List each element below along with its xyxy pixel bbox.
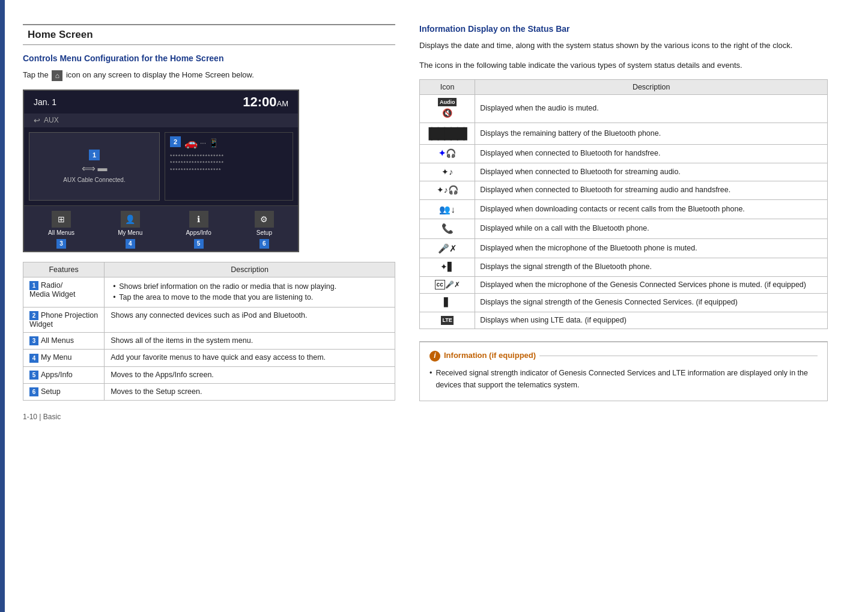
status-desc-bt-signal: Displays the signal strength of the Blue… [475,258,828,277]
screen-header: Jan. 1 12:00AM [24,91,298,114]
my-menu-badge: 4 [126,239,135,249]
cable-icon: ⟺ [82,163,96,174]
status-desc-bt-call: Displayed while on a call with the Bluet… [475,219,828,238]
aux-connector-icon: ↩ [34,116,40,125]
table-row: 5Apps/Info Moves to the Apps/Info screen… [23,366,395,383]
bt-streaming-icon-cell: ✦♪ [425,166,470,178]
apps-info-label: Apps/Info [186,229,211,236]
dots-row3: ******************* [170,167,222,174]
table-row: 6Setup Moves to the Setup screen. [23,383,395,400]
status-icon-bt-signal: ✦▋ [420,258,475,277]
feat-num-1: 1 [29,281,38,290]
setup-label: Setup [256,229,272,236]
status-icon-cc-mute: cc🎤✗ [420,276,475,294]
status-row-lte: LTE Displays when using LTE data. (if eq… [420,312,828,329]
widget2-badge: 2 [170,136,181,147]
desc-cell-1: Shows brief information on the radio or … [105,277,395,308]
bt-handsfree-icon: ✦ [439,148,446,160]
cc-signal-icon-cell: ▋ [425,297,470,309]
ellipsis-icon: ··· [200,139,206,147]
page-content: Home Screen Controls Menu Configuration … [5,0,868,612]
battery-icon: ▐█████▌ [425,126,470,141]
screen-mockup: Jan. 1 12:00AM ↩ AUX 1 ⟺ ▬ AUX Cable Con… [23,89,299,252]
dots-row2: ******************** [170,160,224,167]
screen-aux-bar: ↩ AUX [24,114,298,127]
bt-call-icon: 📞 [442,222,454,235]
widget1-badge: 1 [89,150,100,160]
screen-body: 1 ⟺ ▬ AUX Cable Connected. 2 🚗 ··· 📱 [24,127,298,205]
table-row: 3All Menus Shows all of the items in the… [23,333,395,350]
speaker-icon: ▬ [98,163,108,174]
apps-info-badge: 5 [194,239,204,249]
setup-btn[interactable]: ⚙ Setup 6 [255,211,274,249]
table-row: 1Radio/Media Widget Shows brief informat… [23,277,395,308]
mute-icon: 🔇 [442,108,452,120]
status-icon-audio: Audio 🔇 [420,94,475,123]
my-menu-btn[interactable]: 👤 My Menu 4 [118,211,142,249]
bt-call-icon-cell: 📞 [425,222,470,235]
apps-info-btn[interactable]: ℹ Apps/Info 5 [186,211,211,249]
screen-date: Jan. 1 [34,97,56,107]
status-desc-bt-contacts: Displayed when downloading contacts or r… [475,199,828,219]
widget1-icons: ⟺ ▬ [82,163,108,174]
description-col-header: Description [105,262,395,277]
info-box-title-text: Information (if equipped) [444,350,536,362]
all-menus-label: All Menus [48,229,74,236]
table-row: 2Phone ProjectionWidget Shows any connec… [23,308,395,333]
status-icon-lte: LTE [420,312,475,329]
right-column: Information Display on the Status Bar Di… [419,24,828,588]
info-box-title: i Information (if equipped) [429,350,818,362]
features-col-header: Features [23,262,105,277]
all-menus-icon: ⊞ [52,211,71,228]
feat-num-5: 5 [29,371,38,380]
feat-cell-3: 3All Menus [23,333,105,350]
status-desc-battery: Displays the remaining battery of the Bl… [475,123,828,144]
status-table: Icon Description Audio 🔇 Displayed when … [419,79,828,330]
bt-handsfree-icon-cell: ✦🎧 [425,148,470,160]
desc-cell-2: Shows any connected devices such as iPod… [105,308,395,333]
right-section-title: Information Display on the Status Bar [419,24,828,34]
feat-cell-1: 1Radio/Media Widget [23,277,105,308]
status-desc-lte: Displays when using LTE data. (if equipp… [475,312,828,329]
desc-cell-4: Add your favorite menus to have quick an… [105,350,395,366]
status-row-bt-call: 📞 Displayed while on a call with the Blu… [420,219,828,238]
status-icon-col-header: Icon [420,79,475,94]
info-title-line [539,356,818,356]
status-row-cc-mute: cc🎤✗ Displayed when the microphone of th… [420,276,828,294]
status-desc-bt-streaming: Displayed when connected to Bluetooth fo… [475,163,828,181]
my-menu-label: My Menu [118,229,142,236]
phone-projection-widget: 2 🚗 ··· 📱 ******************** *********… [165,132,293,201]
status-icon-bt-mic-mute: 🎤✗ [420,239,475,258]
status-desc-bt-both: Displayed when connected to Bluetooth fo… [475,181,828,200]
widget2-top: 2 🚗 ··· 📱 [170,136,288,150]
feat-num-6: 6 [29,387,38,396]
status-icon-bt-contacts: 👥↓ [420,199,475,219]
left-column: Home Screen Controls Menu Configuration … [23,24,395,588]
right-para1: Displays the date and time, along with t… [419,40,828,52]
status-desc-col-header: Description [475,79,828,94]
info-box: i Information (if equipped) Received sig… [419,341,828,401]
bt-streaming-icon: ✦♪ [442,166,453,178]
status-desc-bt-handsfree: Displayed when connected to Bluetooth fo… [475,144,828,163]
features-table: Features Description 1Radio/Media Widget… [23,262,395,401]
aux-cable-text: AUX Cable Connected. [63,177,125,183]
desc-cell-3: Shows all of the items in the system men… [105,333,395,350]
bt-contacts-icon-cell: 👥↓ [425,203,470,216]
status-row-bt-handsfree: ✦🎧 Displayed when connected to Bluetooth… [420,144,828,163]
cc-mute-icon-cell: cc🎤✗ [425,280,470,290]
status-icon-cc-signal: ▋ [420,294,475,312]
controls-menu-subtitle: Controls Menu Configuration for the Home… [23,53,395,63]
feat-num-2: 2 [29,311,38,320]
headset-icon: 🎧 [446,148,456,160]
bt-both-icon: ✦♪🎧 [437,184,458,196]
audio-mute-cell: Audio 🔇 [425,98,470,120]
all-menus-btn[interactable]: ⊞ All Menus 3 [48,211,74,249]
bt-signal-icon: ✦▋ [440,261,454,273]
feat-cell-6: 6Setup [23,383,105,400]
aux-label: AUX [44,116,59,124]
status-icon-bt-call: 📞 [420,219,475,238]
info-bullet-item: Received signal strength indicator of Ge… [429,367,818,391]
status-desc-cc-mute: Displayed when the microphone of the Gen… [475,276,828,294]
info-bullet-text: Received signal strength indicator of Ge… [436,367,818,391]
bt-mic-mute-icon: 🎤✗ [438,242,457,255]
